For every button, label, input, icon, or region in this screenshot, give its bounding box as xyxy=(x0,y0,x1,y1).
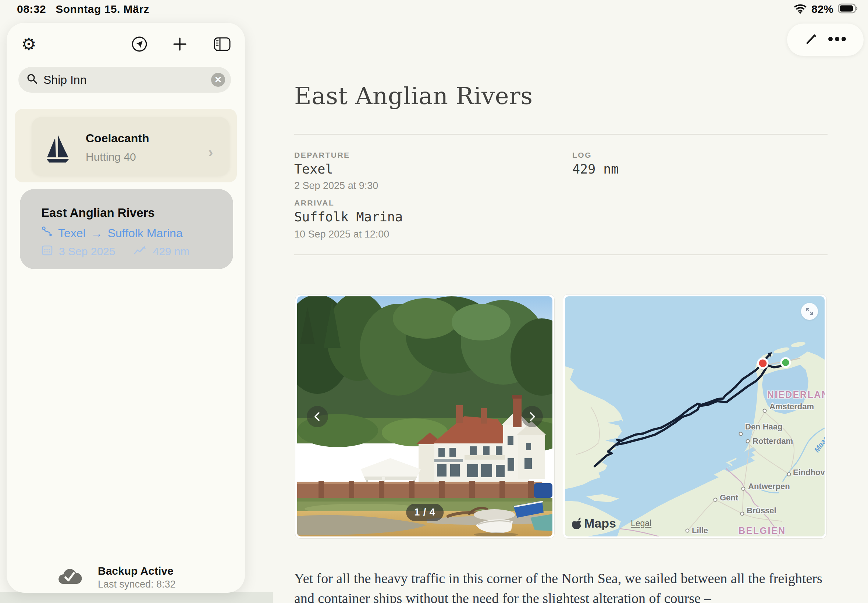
search-value: Ship Inn xyxy=(43,73,211,87)
canvas-bottom-strip xyxy=(0,592,273,603)
carousel-next-button[interactable] xyxy=(521,406,543,427)
locate-arrow-icon[interactable] xyxy=(131,35,148,53)
header-actions xyxy=(787,23,863,56)
route-map-card: Amsterdam Den Haag Rotterdam Eindhoven A… xyxy=(563,294,827,539)
log-value: 429 nm xyxy=(572,162,619,176)
carousel-counter: 1 / 4 xyxy=(406,504,444,521)
apple-maps-logo: Maps xyxy=(572,516,616,530)
map-attribution: Maps Legal xyxy=(572,516,651,530)
departure-label: DEPARTURE xyxy=(294,151,350,159)
route-marker-green xyxy=(781,358,790,367)
map-city-label: Gent xyxy=(720,493,738,502)
legal-link[interactable]: Legal xyxy=(631,518,651,528)
status-bar-right: 82% xyxy=(794,3,859,15)
divider xyxy=(294,134,828,135)
map-city-label: Rotterdam xyxy=(752,436,793,445)
route-map[interactable]: Amsterdam Den Haag Rotterdam Eindhoven A… xyxy=(565,296,825,537)
more-ellipsis-icon[interactable] xyxy=(828,36,847,43)
page-title: East Anglian Rivers xyxy=(294,82,532,110)
battery-icon xyxy=(838,3,859,15)
divider xyxy=(294,254,828,255)
trip-title: East Anglian Rivers xyxy=(41,206,155,220)
arrival-label: ARRIVAL xyxy=(294,199,334,207)
map-city-label: Amsterdam xyxy=(769,402,814,411)
calendar-icon xyxy=(41,244,53,258)
arrival-datetime: 10 Sep 2025 at 12:00 xyxy=(294,229,389,240)
map-city-label: Antwerpen xyxy=(748,482,790,491)
add-plus-icon[interactable] xyxy=(171,35,189,53)
sailboat-icon xyxy=(45,134,71,163)
toggle-sidebar-icon[interactable] xyxy=(214,35,231,53)
edit-pencil-icon[interactable] xyxy=(805,32,818,48)
trip-photo[interactable]: 1 / 4 xyxy=(297,296,552,537)
backup-cloud-icon xyxy=(55,566,85,588)
departure-datetime: 2 Sep 2025 at 9:30 xyxy=(294,180,378,192)
trip-photo-card: 1 / 4 xyxy=(295,294,555,539)
map-city-label: Den Haag xyxy=(745,422,782,431)
arrival-value: Suffolk Marina xyxy=(294,210,403,224)
map-city-label: Lille xyxy=(692,526,708,535)
route-marker-red xyxy=(758,359,767,368)
expand-map-icon[interactable] xyxy=(801,303,818,320)
logbook-body-text: Yet for all the heavy traffic in this co… xyxy=(294,569,831,603)
log-label: LOG xyxy=(572,151,592,159)
trip-meta-row: 3 Sep 2025 429 nm xyxy=(41,244,190,258)
trip-date: 3 Sep 2025 xyxy=(59,245,115,258)
status-bar-left: 08:32Sonntag 15. März xyxy=(17,3,149,15)
boat-model: Hutting 40 xyxy=(86,151,136,163)
map-region-label: NIEDERLANDE xyxy=(767,390,825,400)
sidebar: ⚙ Ship Inn ✕ Coelacanth Hutting 40 › Eas… xyxy=(7,23,245,593)
wifi-icon xyxy=(794,3,807,15)
search-input[interactable]: Ship Inn ✕ xyxy=(19,67,231,93)
settings-gear-icon[interactable]: ⚙ xyxy=(20,35,37,53)
search-icon xyxy=(26,73,38,87)
status-time: 08:32 xyxy=(17,3,46,15)
map-city-label: Brüssel xyxy=(747,506,777,515)
route-icon xyxy=(41,226,53,240)
map-region-label: BELGIEN xyxy=(738,526,786,536)
departure-value: Texel xyxy=(294,162,333,176)
status-date: Sonntag 15. März xyxy=(56,3,149,15)
trip-distance: 429 nm xyxy=(153,245,189,258)
chevron-right-icon: › xyxy=(208,144,213,161)
arrow-right-icon: → xyxy=(91,226,103,240)
trip-route-row: Texel → Suffolk Marina xyxy=(41,226,183,240)
map-city-label: Eindhoven xyxy=(793,468,825,477)
trip-arrival: Suffolk Marina xyxy=(108,226,183,240)
carousel-prev-button[interactable] xyxy=(307,406,328,427)
battery-percent: 82% xyxy=(811,3,834,15)
backup-last-synced: Last synced: 8:32 xyxy=(98,579,176,590)
trip-departure: Texel xyxy=(58,226,86,240)
backup-status: Backup Active xyxy=(98,565,173,577)
boat-name: Coelacanth xyxy=(86,131,149,145)
clear-search-icon[interactable]: ✕ xyxy=(211,73,225,87)
chart-line-icon xyxy=(133,244,147,258)
